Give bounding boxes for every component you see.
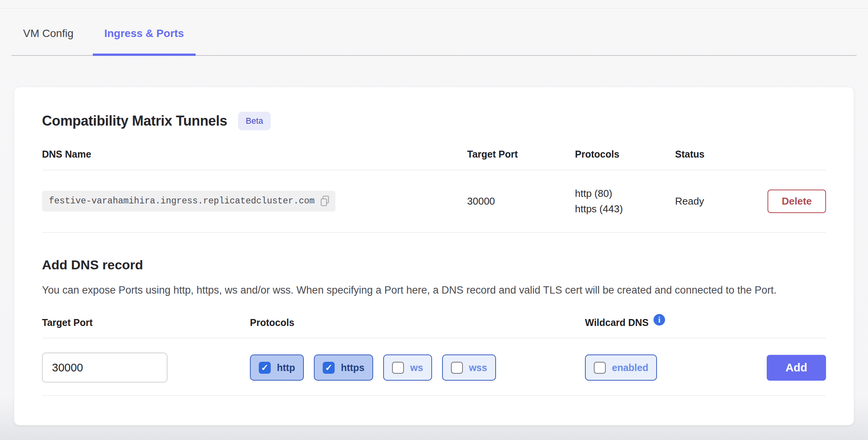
- col-header-protocols: Protocols: [575, 149, 675, 170]
- add-dns-record-title: Add DNS record: [42, 257, 826, 272]
- form-header-protocols: Protocols: [250, 317, 585, 338]
- protocol-checkbox-label: https: [341, 362, 364, 373]
- dns-name-cell: festive-varahamihira.ingress.replicatedc…: [42, 191, 467, 212]
- wildcard-dns-label: Wildcard DNS: [585, 317, 648, 328]
- status-cell: Ready: [675, 195, 761, 207]
- target-port-field-cell: [42, 353, 250, 383]
- checkbox-icon: [392, 362, 404, 374]
- protocol-checkbox-label: http: [277, 362, 295, 373]
- tab-ingress-ports[interactable]: Ingress & Ports: [93, 27, 196, 55]
- protocol-checkbox-label: wss: [469, 362, 487, 373]
- tab-vm-config[interactable]: VM Config: [12, 27, 85, 55]
- checkbox-icon: [323, 362, 335, 374]
- checkbox-icon: [451, 362, 463, 374]
- checkbox-icon: [259, 362, 271, 374]
- tunnels-table-header: DNS Name Target Port Protocols Status: [42, 149, 826, 170]
- dns-name-value: festive-varahamihira.ingress.replicatedc…: [49, 196, 315, 206]
- protocol-checkbox-https[interactable]: https: [314, 354, 373, 381]
- form-header-wildcard-dns: Wildcard DNS i: [585, 317, 761, 338]
- target-port-input[interactable]: [42, 353, 168, 383]
- target-port-cell: 30000: [467, 195, 575, 207]
- dns-name-pill: festive-varahamihira.ingress.replicatedc…: [42, 191, 335, 212]
- add-dns-form-header: Target Port Protocols Wildcard DNS i: [42, 317, 826, 338]
- table-row: festive-varahamihira.ingress.replicatedc…: [42, 170, 826, 233]
- tunnels-table: DNS Name Target Port Protocols Status fe…: [42, 149, 826, 233]
- page-title: Compatibility Matrix Tunnels: [42, 113, 227, 129]
- add-button[interactable]: Add: [767, 355, 826, 381]
- protocol-options: http https ws wss: [250, 354, 585, 381]
- form-header-target-port: Target Port: [42, 317, 250, 338]
- beta-badge: Beta: [238, 112, 271, 130]
- col-header-actions: [761, 155, 826, 165]
- protocols-cell: http (80) https (443): [575, 186, 675, 217]
- protocol-line-http: http (80): [575, 186, 675, 201]
- wildcard-enabled-checkbox[interactable]: enabled: [585, 354, 657, 381]
- protocol-line-https: https (443): [575, 201, 675, 217]
- checkbox-icon: [594, 362, 606, 374]
- tab-bar: VM Config Ingress & Ports: [12, 8, 856, 56]
- card-title-row: Compatibility Matrix Tunnels Beta: [42, 87, 826, 130]
- col-header-target-port: Target Port: [467, 149, 575, 170]
- delete-button[interactable]: Delete: [767, 190, 826, 213]
- protocol-checkbox-wss[interactable]: wss: [442, 354, 496, 381]
- col-header-dns-name: DNS Name: [42, 149, 467, 170]
- info-icon[interactable]: i: [654, 314, 665, 326]
- add-dns-form-row: http https ws wss enabled: [42, 338, 826, 396]
- wildcard-checkbox-label: enabled: [612, 362, 648, 373]
- protocol-checkbox-http[interactable]: http: [250, 354, 304, 381]
- wildcard-option-cell: enabled: [585, 354, 761, 381]
- form-header-actions: [761, 323, 826, 333]
- tunnels-card: Compatibility Matrix Tunnels Beta DNS Na…: [14, 87, 854, 425]
- col-header-status: Status: [675, 149, 761, 170]
- protocol-checkbox-ws[interactable]: ws: [383, 354, 432, 381]
- protocol-checkbox-label: ws: [410, 362, 423, 373]
- add-dns-record-description: You can expose Ports using http, https, …: [42, 282, 829, 298]
- copy-icon[interactable]: [320, 195, 330, 207]
- add-dns-form: Target Port Protocols Wildcard DNS i htt…: [42, 317, 826, 396]
